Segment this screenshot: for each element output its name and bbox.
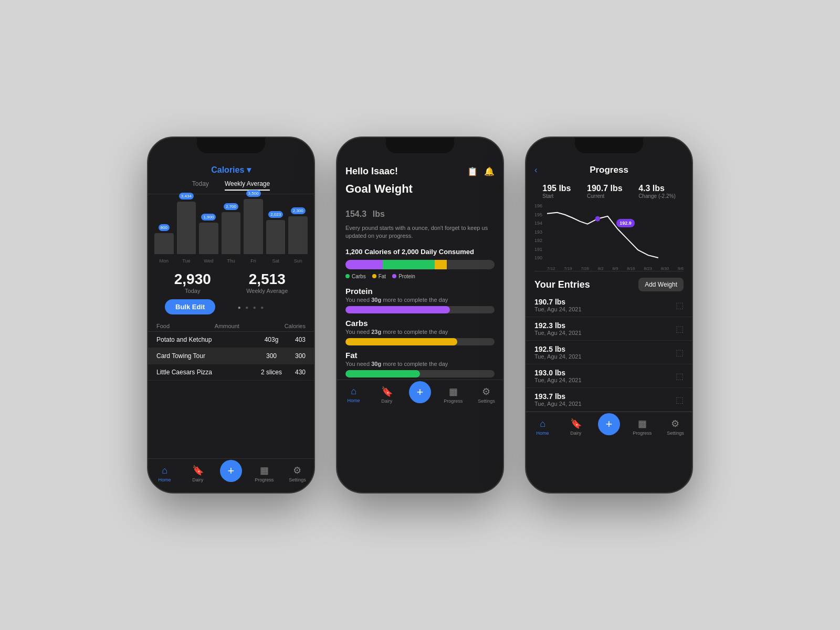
bar-label: 1,900 [201,214,216,220]
food-calories: 403 [285,336,306,343]
dairy-icon: 🔖 [192,465,204,476]
settings-icon: ⚙ [293,465,301,476]
carbs-dot [345,274,350,278]
phone-2: Hello Isaac! 📋 🔔 Goal Weight 154.3 lbs E… [336,136,504,494]
nav-settings[interactable]: ⚙ Settings [281,465,314,482]
nav2-progress[interactable]: ▦ Progress [437,386,470,404]
food-calories: 300 [285,352,306,360]
add-button[interactable]: + [220,460,242,482]
nav2-add[interactable]: + [403,386,436,403]
settings2-label: Settings [478,398,495,404]
entry-date: Tue, Agu 24, 2021 [534,330,582,336]
entry-image-icon[interactable]: ⬚ [676,348,684,358]
greeting: Hello Isaac! [345,166,398,177]
bulk-edit-button[interactable]: Bulk Edit [165,299,215,314]
food-table-header: Food Ammount Calories [148,321,314,332]
entry-row[interactable]: 192.3 lbs Tue, Agu 24, 2021 ⬚ [526,317,692,341]
nav3-home[interactable]: ⌂ Home [526,418,559,436]
fat-segment [435,260,447,269]
chart-y-labels: 196 195 194 193 192 191 190 [534,203,542,260]
protein-legend-label: Protein [398,274,415,279]
progress2-icon: ▦ [449,386,458,397]
clipboard-icon[interactable]: 📋 [467,166,478,176]
nav2-home[interactable]: ⌂ Home [337,386,370,403]
macro-title: Carbs [345,319,495,328]
macro-sections: Protein You need 30g more to complete th… [337,284,503,380]
weight-line [547,213,658,258]
entry-row[interactable]: 190.7 lbs Tue, Agu 24, 2021 ⬚ [526,293,692,317]
nav-progress[interactable]: ▦ Progress [248,465,281,482]
legend-fat: Fat [372,274,386,279]
tab-today[interactable]: Today [192,180,209,191]
food-amount: 403g [258,336,285,343]
home-icon: ⌂ [162,465,167,476]
chart-bars: 800 Mon 3,434 Tue 1,900 Wed 2,700 Thu 3,… [154,201,308,264]
fat-dot [372,274,376,278]
tab-weekly[interactable]: Weekly Average [225,180,270,191]
home-label: Home [159,477,171,482]
food-rows: Potato and Ketchup 403g 403 Card Towing … [148,332,314,381]
nav-add[interactable]: + [214,465,247,482]
dairy2-label: Dairy [381,398,392,404]
food-row[interactable]: Little Caesars Pizza 2 slices 430 [148,364,314,381]
entry-image-icon[interactable]: ⬚ [676,395,684,405]
nav3-dairy[interactable]: 🔖 Dairy [559,418,592,436]
nav3-add[interactable]: + [592,418,625,435]
entry-row[interactable]: 193.0 lbs Tue, Agu 24, 2021 ⬚ [526,364,692,388]
food-row[interactable]: Potato and Ketchup 403g 403 [148,332,314,348]
add-weight-button[interactable]: Add Weight [638,278,684,291]
phone3-header: ‹ Progress [526,161,692,180]
add3-button[interactable]: + [598,413,620,435]
bar-day: Thu [227,258,235,264]
entry-image-icon[interactable]: ⬚ [676,300,684,310]
nav3-settings[interactable]: ⚙ Settings [659,418,692,436]
carbs-legend-label: Carbs [352,274,366,279]
entry-date: Tue, Agu 24, 2021 [534,353,582,360]
entry-date: Tue, Agu 24, 2021 [534,306,582,312]
nav2-dairy[interactable]: 🔖 Dairy [370,386,403,404]
bar-day: Sat [272,258,279,264]
goal-description: Every pound starts with a ounce, don't f… [337,222,503,245]
nav-home[interactable]: ⌂ Home [148,465,181,482]
bar-label: 3,500 [246,190,261,197]
bar-day: Wed [204,258,213,264]
bar-tue: 3,434 Tue [177,193,196,264]
home2-icon: ⌂ [351,386,356,397]
phone2-header: Hello Isaac! 📋 🔔 [337,161,503,180]
entries-title: Your Entries [534,279,590,290]
stat-change: 4.3 lbs Change (-2.2%) [638,184,676,199]
bar-wed: 1,900 Wed [199,214,218,264]
nav2-settings[interactable]: ⚙ Settings [470,386,503,404]
bar-rect [244,199,263,254]
macro-progress-bar [345,306,495,313]
entry-row[interactable]: 193.7 lbs Tue, Agu 24, 2021 ⬚ [526,388,692,412]
entry-weight: 193.0 lbs [534,369,582,377]
goal-weight-title: Goal Weight [337,180,503,197]
nav-dairy[interactable]: 🔖 Dairy [181,465,214,482]
legend-carbs: Carbs [345,274,366,279]
protein-dot [392,274,396,278]
entry-row[interactable]: 192.5 lbs Tue, Agu 24, 2021 ⬚ [526,341,692,364]
entry-image-icon[interactable]: ⬚ [676,371,684,381]
chart-x-labels: 7/12 7/19 7/26 8/2 8/9 8/16 8/23 8/30 9/… [547,266,684,271]
start-label: Start [542,193,571,199]
nav3-progress[interactable]: ▦ Progress [626,418,659,436]
phone1-tabs: Today Weekly Average [148,177,314,194]
phone1-title[interactable]: Calories ▾ [211,165,251,174]
entry-image-icon[interactable]: ⬚ [676,324,684,334]
progress3-label: Progress [633,430,652,436]
macro-fill [345,306,450,313]
dropdown-icon[interactable]: ▾ [247,165,251,174]
phone1-header: Calories ▾ [148,161,314,177]
back-button[interactable]: ‹ [534,165,537,175]
calories-label: 1,200 Calories of [345,248,400,256]
chart-tooltip: 192.9 [616,219,635,227]
start-value: 195 lbs [542,184,571,193]
bar-label: 3,434 [179,193,194,200]
settings3-icon: ⚙ [671,418,679,429]
food-row[interactable]: Card Towing Tour 300 300 [148,348,314,364]
bell-icon[interactable]: 🔔 [484,166,495,176]
add2-button[interactable]: + [409,381,431,403]
bar-sat: 2,023 Sat [266,211,286,264]
progress-label: Progress [255,477,274,482]
